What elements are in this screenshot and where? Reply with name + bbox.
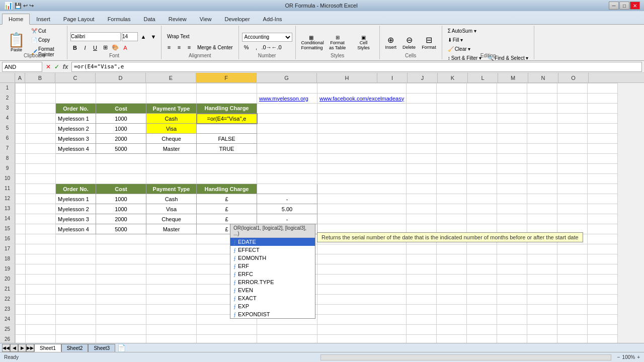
cell-D25[interactable] — [96, 325, 146, 335]
cell-H21[interactable] — [317, 285, 407, 295]
cell-N8[interactable] — [557, 154, 588, 164]
cell-L25[interactable] — [497, 325, 527, 335]
cell-A16[interactable] — [16, 234, 26, 244]
cell-D3[interactable]: Cost — [96, 104, 146, 114]
cell-C22[interactable] — [56, 295, 96, 305]
row-number[interactable]: 24 — [0, 314, 15, 324]
row-number[interactable]: 11 — [0, 184, 15, 194]
cell-M12[interactable] — [527, 194, 557, 204]
cell-H12[interactable] — [317, 194, 407, 204]
cell-A5[interactable] — [16, 124, 26, 134]
merge-center-button[interactable]: Merge & Center — [195, 43, 235, 52]
cell-O16[interactable] — [588, 234, 618, 244]
cell-E19[interactable] — [146, 264, 197, 275]
cell-H3[interactable] — [317, 104, 407, 114]
row-number[interactable]: 15 — [0, 224, 15, 234]
cell-A11[interactable] — [16, 184, 26, 194]
cell-A2[interactable] — [16, 94, 26, 104]
cell-F3[interactable]: Handling Charge — [197, 104, 257, 114]
cell-O25[interactable] — [588, 325, 618, 335]
scroll-left-button[interactable]: ◀◀ — [2, 344, 10, 352]
cell-E16[interactable] — [146, 234, 197, 244]
cell-L2[interactable] — [497, 94, 527, 104]
cell-D11[interactable]: Cost — [96, 184, 146, 194]
cell-G25[interactable] — [257, 325, 317, 335]
cell-C17[interactable] — [56, 244, 96, 254]
autocomplete-item-even[interactable]: ⨍ EVEN — [230, 286, 315, 294]
col-header-G[interactable]: G — [257, 73, 317, 82]
cell-L9[interactable] — [497, 164, 527, 174]
cell-O23[interactable] — [588, 305, 618, 315]
percent-button[interactable]: % — [242, 43, 251, 52]
cell-J20[interactable] — [437, 275, 467, 285]
col-header-I[interactable]: I — [377, 73, 408, 82]
scroll-next-button[interactable]: ▶ — [18, 344, 26, 352]
tab-review[interactable]: Review — [162, 13, 193, 24]
cell-O10[interactable] — [588, 174, 618, 184]
cell-N25[interactable] — [557, 325, 588, 335]
row-number[interactable]: 18 — [0, 254, 15, 264]
cell-N9[interactable] — [557, 164, 588, 174]
cell-K8[interactable] — [467, 154, 497, 164]
cell-H23[interactable] — [317, 305, 407, 315]
format-button[interactable]: ⊟ Format — [419, 34, 439, 51]
cell-G3[interactable] — [257, 104, 317, 114]
cell-N14[interactable] — [557, 214, 588, 224]
font-family-input[interactable] — [70, 32, 121, 41]
comma-button[interactable]: , — [252, 43, 261, 52]
autocomplete-item-erf[interactable]: ⨍ ERF — [230, 262, 315, 270]
cell-M23[interactable] — [527, 305, 557, 315]
cell-K21[interactable] — [467, 285, 497, 295]
cell-A3[interactable] — [16, 104, 26, 114]
cell-L17[interactable] — [497, 244, 527, 254]
cell-E18[interactable] — [146, 254, 197, 264]
cell-N10[interactable] — [557, 174, 588, 184]
cell-C14[interactable]: Myelesson 3 — [56, 214, 96, 224]
close-button[interactable]: ✕ — [630, 2, 640, 10]
cell-O3[interactable] — [588, 104, 618, 114]
cell-K22[interactable] — [467, 295, 497, 305]
autosum-button[interactable]: Σ AutoSum ▾ — [445, 27, 479, 35]
row-number[interactable]: 20 — [0, 274, 15, 284]
cell-E5[interactable]: Visa — [146, 124, 197, 134]
cell-E11[interactable]: Payment Type — [146, 184, 197, 194]
cell-K1[interactable] — [467, 83, 497, 94]
cell-L21[interactable] — [497, 285, 527, 295]
insert-button[interactable]: ⊕ Insert — [383, 34, 399, 51]
font-size-decrease-button[interactable]: ▼ — [149, 32, 158, 41]
cell-F11[interactable]: Handling Charge — [197, 184, 257, 194]
wrap-text-button[interactable]: Wrap Text — [165, 32, 192, 41]
cell-F9[interactable] — [197, 164, 257, 174]
cell-M14[interactable] — [527, 214, 557, 224]
cell-A1[interactable] — [16, 83, 26, 94]
cell-M17[interactable] — [527, 244, 557, 254]
cell-C8[interactable] — [56, 154, 96, 164]
cell-M25[interactable] — [527, 325, 557, 335]
cell-I11[interactable] — [407, 184, 437, 194]
cell-A7[interactable] — [16, 144, 26, 154]
cell-A19[interactable] — [16, 264, 26, 275]
cell-H11[interactable] — [317, 184, 407, 194]
font-size-input[interactable] — [122, 32, 138, 41]
cell-G9[interactable] — [257, 164, 317, 174]
sheet-tab-3[interactable]: Sheet3 — [88, 344, 115, 352]
cell-I12[interactable] — [407, 194, 437, 204]
cell-J17[interactable] — [437, 244, 467, 254]
cell-D10[interactable] — [96, 174, 146, 184]
cell-B4[interactable] — [26, 114, 56, 124]
row-number[interactable]: 10 — [0, 173, 15, 184]
confirm-formula-button[interactable]: ✓ — [53, 63, 61, 71]
cell-L11[interactable] — [497, 184, 527, 194]
cell-M10[interactable] — [527, 174, 557, 184]
col-header-M[interactable]: M — [498, 73, 528, 82]
cell-B23[interactable] — [26, 305, 56, 315]
cell-L23[interactable] — [497, 305, 527, 315]
cell-C13[interactable]: Myelesson 2 — [56, 204, 96, 214]
cell-E12[interactable]: Cash — [146, 194, 197, 204]
insert-function-button[interactable]: fx — [61, 63, 69, 71]
cell-N23[interactable] — [557, 305, 588, 315]
cell-N21[interactable] — [557, 285, 588, 295]
cell-J19[interactable] — [437, 264, 467, 275]
cell-J22[interactable] — [437, 295, 467, 305]
cell-A23[interactable] — [16, 305, 26, 315]
